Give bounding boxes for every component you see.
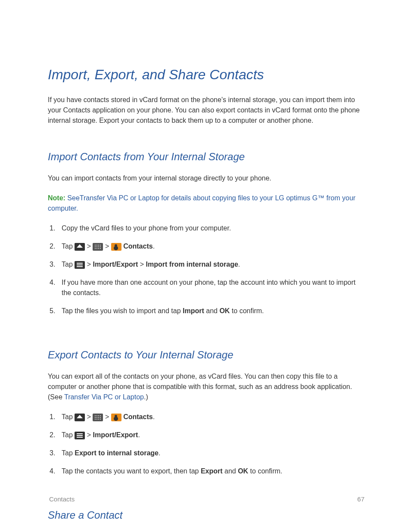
step-text: Tap the contacts you want to export, the… — [62, 467, 201, 475]
step-bold: Contacts — [121, 243, 153, 250]
step-text: . — [159, 449, 160, 457]
section-heading-export: Export Contacts to Your Internal Storage — [48, 349, 364, 361]
step-text: Tap the files you wish to import and tap — [62, 307, 183, 314]
section2-intro: You can export all of the contacts on yo… — [48, 371, 364, 402]
section-heading-share: Share a Contact — [48, 509, 364, 521]
step-bold: Import/Export — [93, 261, 138, 268]
step-text: . — [138, 431, 140, 439]
document-page: Import, Export, and Share Contacts If yo… — [0, 0, 411, 532]
note-link[interactable]: Transfer Via PC or Laptop — [80, 194, 159, 202]
step-text: Tap — [62, 431, 75, 439]
import-steps-list: Copy the vCard files to your phone from … — [48, 223, 364, 316]
step-bold: Import/Export — [93, 431, 138, 439]
contacts-icon — [111, 243, 121, 251]
menu-icon — [75, 432, 85, 439]
list-item: Tap > > Contacts. — [48, 241, 364, 252]
step-bold: OK — [238, 467, 248, 475]
step-text: Tap — [62, 243, 75, 250]
footer-page-number: 67 — [357, 495, 364, 503]
transfer-link[interactable]: Transfer Via PC or Laptop — [64, 393, 144, 401]
section-heading-import: Import Contacts from Your Internal Stora… — [48, 151, 364, 163]
page-title: Import, Export, and Share Contacts — [48, 67, 364, 83]
list-item: Tap > > Contacts. — [48, 412, 364, 422]
step-bold: OK — [219, 307, 230, 314]
page-footer: Contacts 67 — [49, 495, 364, 503]
step-gt: > — [85, 431, 93, 439]
step-text: and — [223, 467, 238, 475]
step-gt: > — [85, 261, 93, 268]
export-steps-list: Tap > > Contacts. Tap > Import/Export. T… — [48, 412, 364, 476]
step-bold: Import from internal storage — [146, 261, 238, 268]
step-text: Tap — [62, 261, 75, 268]
step-gt: > — [85, 413, 93, 420]
step-bold: Contacts — [121, 413, 153, 420]
menu-icon — [75, 261, 85, 269]
step-text: Tap — [62, 413, 75, 420]
list-item: Copy the vCard files to your phone from … — [48, 223, 364, 233]
contacts-icon — [111, 414, 121, 421]
home-icon — [75, 243, 85, 251]
apps-icon — [93, 243, 103, 251]
list-item: Tap the files you wish to import and tap… — [48, 306, 364, 316]
intro-text: .) — [144, 393, 148, 401]
step-text: to confirm. — [248, 467, 282, 475]
step-bold: Import — [183, 307, 204, 314]
list-item: Tap > Import/Export. — [48, 430, 364, 440]
step-text: . — [153, 243, 155, 250]
note-block: Note: SeeTransfer Via PC or Laptop for d… — [48, 193, 364, 214]
step-gt: > — [138, 261, 146, 268]
list-item: If you have more than one account on you… — [48, 277, 364, 298]
step-gt: > — [103, 243, 111, 250]
step-text: and — [204, 307, 220, 314]
note-see: See — [67, 194, 79, 202]
step-gt: > — [103, 413, 111, 420]
intro-paragraph: If you have contacts stored in vCard for… — [48, 95, 364, 126]
footer-section: Contacts — [49, 495, 75, 503]
list-item: Tap > Import/Export > Import from intern… — [48, 259, 364, 270]
step-bold: Export — [201, 467, 223, 475]
step-text: Tap — [62, 449, 75, 457]
home-icon — [75, 414, 85, 421]
step-text: . — [238, 261, 240, 268]
step-bold: Export to internal storage — [75, 449, 159, 457]
apps-icon — [93, 414, 103, 421]
step-gt: > — [85, 243, 93, 250]
list-item: Tap the contacts you want to export, the… — [48, 466, 364, 476]
step-text: to confirm. — [230, 307, 264, 314]
note-label: Note: — [48, 194, 65, 202]
list-item: Tap Export to internal storage. — [48, 448, 364, 458]
step-text: . — [153, 413, 155, 420]
section1-intro: You can import contacts from your intern… — [48, 173, 364, 184]
